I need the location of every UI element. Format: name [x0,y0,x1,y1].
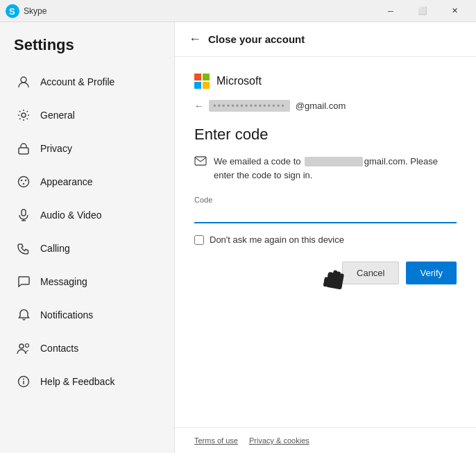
verify-button[interactable]: Verify [406,262,457,284]
sidebar-label-appearance: Appearance [40,176,93,187]
redacted-email: •••••••••••••••• [209,100,290,112]
settings-title: Settings [0,22,174,65]
phone-icon [17,241,31,255]
svg-rect-9 [22,210,26,216]
ms-logo-red [194,74,201,80]
sidebar-item-calling[interactable]: Calling [3,232,171,265]
sidebar: Settings Account & Profile General [0,22,175,453]
svg-point-16 [23,379,24,380]
window-controls: ─ ⬜ ✕ [375,0,470,22]
sidebar-item-contacts[interactable]: Contacts [3,332,171,365]
email-row: ← •••••••••••••••• @gmail.com [194,100,457,112]
email-envelope-icon [194,156,207,169]
content-title: Close your account [208,33,305,45]
bell-icon [17,308,31,322]
buttons-row: Cancel Verify [194,262,457,284]
code-label: Code [194,196,457,204]
svg-point-3 [22,113,26,117]
svg-point-6 [21,180,22,181]
title-bar: S Skype ─ ⬜ ✕ [0,0,476,22]
info-message: We emailed a code to ••••••••••••••••••g… [214,155,457,182]
microphone-icon [17,208,31,222]
code-input-container: Code [194,196,457,223]
sidebar-item-general[interactable]: General [3,99,171,132]
restore-button[interactable]: ⬜ [407,0,439,22]
sidebar-label-audio-video: Audio & Video [40,210,101,221]
ms-logo-blue [194,82,201,89]
close-button[interactable]: ✕ [439,0,470,22]
sidebar-label-privacy: Privacy [40,143,72,154]
app-container: Settings Account & Profile General [0,22,476,453]
person-icon [17,75,31,89]
svg-rect-4 [19,148,28,154]
svg-point-8 [23,183,24,185]
footer-links: Terms of use Privacy & cookies [175,427,476,453]
svg-rect-17 [195,157,206,165]
sidebar-label-notifications: Notifications [40,309,93,320]
app-title: Skype [24,6,375,16]
svg-point-2 [21,77,26,83]
gear-icon [17,108,31,122]
microsoft-logo [194,74,210,89]
back-arrow-small: ← [194,101,203,111]
main-panel: ← Close your account Microsoft [175,22,476,453]
checkbox-row: Don't ask me again on this device [194,234,457,245]
sidebar-item-help[interactable]: Help & Feedback [3,365,171,398]
svg-point-5 [19,177,29,187]
inner-content: Microsoft ← •••••••••••••••• @gmail.com … [175,57,476,427]
code-input[interactable] [194,205,457,223]
sidebar-label-messaging: Messaging [40,276,87,287]
terms-link[interactable]: Terms of use [194,436,238,445]
sidebar-item-notifications[interactable]: Notifications [3,298,171,332]
svg-point-12 [19,344,24,348]
sidebar-label-help: Help & Feedback [40,376,114,387]
sidebar-label-general: General [40,110,75,121]
remember-device-checkbox[interactable] [194,235,204,245]
minimize-button[interactable]: ─ [375,0,407,22]
sidebar-label-calling: Calling [40,243,70,254]
sidebar-item-messaging[interactable]: Messaging [3,265,171,298]
content-header: ← Close your account [175,22,476,57]
info-redacted: •••••••••••••••••• [305,157,363,166]
palette-icon [17,175,31,189]
enter-code-title: Enter code [194,126,457,144]
ms-logo-green [203,74,210,80]
sidebar-label-account: Account & Profile [40,76,114,87]
remember-device-label: Don't ask me again on this device [210,234,344,245]
cancel-button[interactable]: Cancel [342,262,399,284]
back-button[interactable]: ← [189,32,201,46]
ms-logo-yellow [203,82,210,89]
microsoft-logo-row: Microsoft [194,74,457,89]
info-icon [17,375,31,388]
microsoft-brand: Microsoft [216,75,262,87]
lock-icon [17,142,31,155]
sidebar-item-appearance[interactable]: Appearance [3,165,171,198]
sidebar-item-privacy[interactable]: Privacy [3,132,171,165]
people-icon [17,341,31,355]
info-line1: We emailed a code to [214,156,301,166]
privacy-link[interactable]: Privacy & cookies [249,436,309,445]
svg-point-13 [26,344,29,348]
sidebar-label-contacts: Contacts [40,343,78,354]
svg-text:S: S [9,6,15,17]
svg-point-7 [25,180,26,181]
chat-icon [17,275,31,289]
sidebar-item-account[interactable]: Account & Profile [3,65,171,99]
email-domain: @gmail.com [296,101,346,111]
info-box: We emailed a code to ••••••••••••••••••g… [194,155,457,182]
sidebar-item-audio-video[interactable]: Audio & Video [3,198,171,232]
app-icon: S [6,4,19,18]
main-content-area: ← Close your account Microsoft [175,22,476,453]
